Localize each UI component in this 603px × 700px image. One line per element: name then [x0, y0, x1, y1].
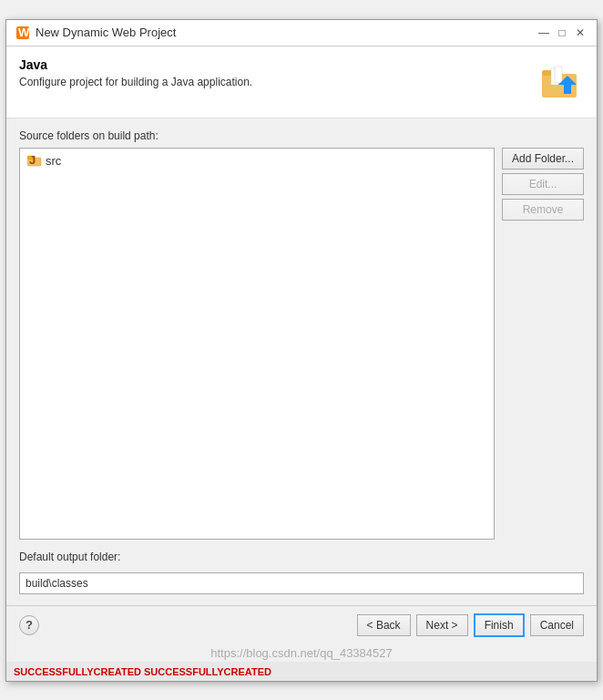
next-button[interactable]: Next >	[416, 614, 468, 636]
dialog-window: W New Dynamic Web Project — □ ✕ Java Con…	[5, 19, 598, 682]
header-section: Java Configure project for building a Ja…	[6, 46, 597, 118]
svg-text:J: J	[29, 154, 36, 167]
title-controls: — □ ✕	[537, 26, 588, 40]
title-bar-left: W New Dynamic Web Project	[15, 26, 176, 40]
src-folder-name: src	[46, 154, 61, 168]
footer-right: < Back Next > Finish Cancel	[357, 613, 584, 637]
footer-left: ?	[19, 615, 39, 635]
help-button[interactable]: ?	[19, 615, 39, 635]
remove-button[interactable]: Remove	[502, 199, 584, 221]
bottom-banner: SUCCESSFULLYCREATED SUCCESSFULLYCREATED	[6, 662, 597, 681]
source-folders-row: J src Add Folder... Edit... Remove	[19, 148, 584, 540]
source-folder-item[interactable]: J src	[24, 152, 490, 170]
edit-button[interactable]: Edit...	[502, 173, 584, 195]
default-output-label: Default output folder:	[19, 551, 584, 563]
svg-rect-5	[555, 67, 562, 83]
maximize-button[interactable]: □	[555, 26, 569, 40]
default-output-input[interactable]	[19, 572, 584, 594]
minimize-button[interactable]: —	[537, 26, 551, 40]
finish-button[interactable]: Finish	[474, 613, 525, 637]
svg-text:W: W	[18, 26, 30, 39]
watermark: https://blog.csdn.net/qq_43384527	[6, 644, 597, 662]
sidebar-buttons: Add Folder... Edit... Remove	[502, 148, 584, 540]
footer-section: ? < Back Next > Finish Cancel	[6, 605, 597, 644]
cancel-button[interactable]: Cancel	[530, 614, 584, 636]
window-icon: W	[15, 26, 30, 40]
content-section: Source folders on build path: J src	[6, 118, 597, 605]
src-folder-icon: J	[27, 154, 42, 167]
header-icon	[537, 57, 584, 105]
header-text-block: Java Configure project for building a Ja…	[19, 57, 527, 88]
source-folders-list[interactable]: J src	[19, 148, 495, 540]
default-output-section: Default output folder:	[19, 551, 584, 594]
add-folder-button[interactable]: Add Folder...	[502, 148, 584, 170]
window-title: New Dynamic Web Project	[36, 26, 176, 39]
source-folders-label: Source folders on build path:	[19, 129, 584, 142]
back-button[interactable]: < Back	[357, 614, 411, 636]
header-subtitle: Configure project for building a Java ap…	[19, 76, 527, 88]
title-bar: W New Dynamic Web Project — □ ✕	[6, 20, 597, 46]
header-title: Java	[19, 57, 527, 72]
bottom-banner-text: SUCCESSFULLYCREATED SUCCESSFULLYCREATED	[14, 666, 271, 677]
close-button[interactable]: ✕	[573, 26, 588, 40]
